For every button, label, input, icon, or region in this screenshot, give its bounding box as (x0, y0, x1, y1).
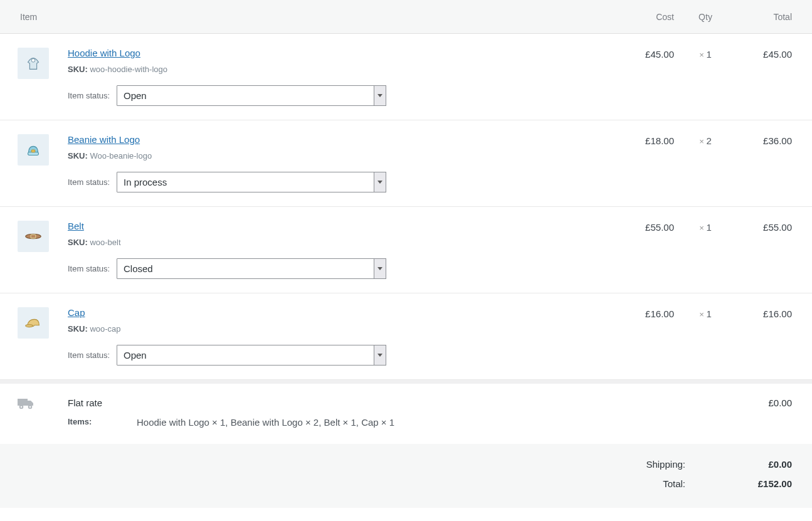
sku-value: woo-belt (90, 238, 120, 247)
item-qty: × 1 (674, 48, 737, 60)
sku-value: woo-cap (90, 324, 120, 334)
product-name-link[interactable]: Belt (68, 221, 84, 231)
item-status-label: Item status: (68, 177, 117, 187)
item-qty: × 1 (674, 307, 737, 319)
order-totals: Shipping: £0.00 Total: £152.00 (0, 444, 812, 508)
svg-rect-2 (31, 150, 35, 152)
svg-rect-1 (28, 152, 39, 155)
svg-point-8 (29, 406, 32, 409)
item-status-select[interactable]: OpenIn processClosed (117, 345, 386, 366)
sku-label: SKU: (68, 151, 88, 161)
sku-value: Woo-beanie-logo (90, 151, 152, 161)
header-total: Total (737, 12, 812, 22)
item-line-total: £45.00 (737, 48, 812, 60)
header-qty: Qty (674, 12, 737, 22)
product-thumbnail[interactable] (18, 134, 49, 166)
shipping-row: Flat rate Items: Hoodie with Logo × 1, B… (0, 380, 812, 444)
shipping-items-label: Items: (68, 417, 137, 428)
totals-total-label: Total: (663, 478, 685, 489)
item-status-select[interactable]: OpenIn processClosed (117, 85, 386, 106)
svg-point-0 (31, 59, 35, 63)
item-line-total: £55.00 (737, 221, 812, 233)
sku-label: SKU: (68, 65, 88, 74)
item-status-select[interactable]: OpenIn processClosed (117, 258, 386, 279)
totals-total-value: £152.00 (685, 478, 792, 489)
item-qty: × 1 (674, 221, 737, 233)
item-line-total: £36.00 (737, 134, 812, 146)
sku-label: SKU: (68, 238, 88, 247)
item-cost: £55.00 (605, 221, 674, 233)
order-items-table: Item Cost Qty Total Hoodie with Logo SKU… (0, 0, 812, 508)
item-status-label: Item status: (68, 264, 117, 273)
item-cost: £18.00 (605, 134, 674, 146)
order-item-row: Hoodie with Logo SKU: woo-hoodie-with-lo… (0, 34, 812, 120)
svg-rect-6 (18, 399, 28, 406)
item-cost: £45.00 (605, 48, 674, 60)
order-item-row: Cap SKU: woo-cap Item status: OpenIn pro… (0, 293, 812, 380)
product-thumbnail[interactable] (18, 221, 49, 252)
svg-point-7 (20, 406, 23, 409)
table-header: Item Cost Qty Total (0, 0, 812, 34)
truck-icon (18, 401, 34, 411)
item-status-label: Item status: (68, 350, 117, 360)
svg-point-5 (26, 325, 33, 327)
product-thumbnail[interactable] (18, 307, 49, 339)
sku-value: woo-hoodie-with-logo (90, 65, 167, 74)
order-item-row: Belt SKU: woo-belt Item status: OpenIn p… (0, 207, 812, 293)
item-line-total: £16.00 (737, 307, 812, 319)
item-qty: × 2 (674, 134, 737, 146)
totals-shipping-value: £0.00 (685, 459, 792, 470)
shipping-amount: £0.00 (717, 397, 792, 408)
totals-shipping-label: Shipping: (646, 459, 685, 470)
product-name-link[interactable]: Cap (68, 307, 85, 318)
sku-label: SKU: (68, 324, 88, 334)
header-item: Item (0, 12, 605, 22)
shipping-method: Flat rate (68, 397, 717, 408)
item-status-label: Item status: (68, 91, 117, 100)
item-cost: £16.00 (605, 307, 674, 319)
product-name-link[interactable]: Beanie with Logo (68, 134, 140, 145)
header-cost: Cost (605, 12, 674, 22)
item-status-select[interactable]: OpenIn processClosed (117, 172, 386, 192)
shipping-items-text: Hoodie with Logo × 1, Beanie with Logo ×… (137, 417, 394, 428)
order-item-row: Beanie with Logo SKU: Woo-beanie-logo It… (0, 120, 812, 207)
product-name-link[interactable]: Hoodie with Logo (68, 48, 140, 58)
product-thumbnail[interactable] (18, 48, 49, 79)
